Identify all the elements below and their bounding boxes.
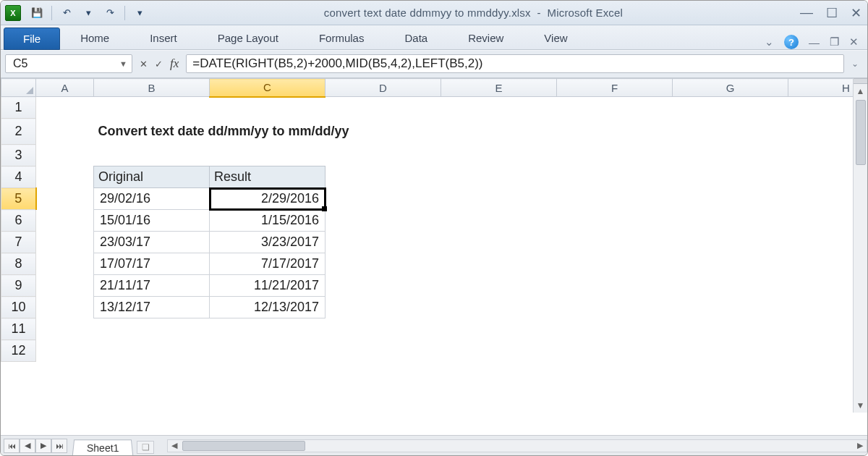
cell[interactable] [36,210,94,232]
row-header[interactable]: 11 [1,318,36,340]
cell-result[interactable]: 12/13/2017 [210,297,326,318]
workbook-minimize-icon[interactable]: — [809,36,820,48]
vertical-scrollbar[interactable]: ▲ ▼ [853,78,867,413]
name-box-dropdown-icon[interactable]: ▼ [119,59,127,68]
undo-icon[interactable]: ↶ [59,6,74,20]
table-header-result[interactable]: Result [210,166,326,188]
cell-original[interactable]: 17/07/17 [94,253,210,275]
horizontal-scrollbar[interactable]: ◀ ▶ [167,439,867,452]
cell[interactable] [36,275,94,297]
save-icon[interactable]: 💾 [30,6,44,20]
maximize-icon[interactable]: ☐ [826,5,838,21]
row-header[interactable]: 6 [1,210,36,232]
cell-original[interactable]: 29/02/16 [94,188,210,210]
nav-first-icon[interactable]: ⏮ [4,439,20,453]
cell[interactable] [326,210,868,232]
cell[interactable] [326,166,868,188]
file-tab[interactable]: File [4,28,60,50]
cell[interactable] [673,119,868,145]
tab-insert[interactable]: Insert [129,28,197,49]
scroll-right-icon[interactable]: ▶ [854,441,867,450]
col-header-g[interactable]: G [673,79,788,97]
hscroll-thumb[interactable] [182,441,305,451]
cell[interactable] [36,340,868,362]
worksheet[interactable]: A B C D E F G H 1 2 Convert text date dd… [1,78,867,362]
nav-prev-icon[interactable]: ◀ [20,439,35,453]
col-header-a[interactable]: A [36,79,94,97]
fx-icon[interactable]: fx [170,56,179,71]
table-header-original[interactable]: Original [94,166,210,188]
row-header[interactable]: 8 [1,253,36,275]
scroll-up-icon[interactable]: ▲ [854,84,867,98]
cell-result[interactable]: 7/17/2017 [210,253,326,275]
qat-separator [124,6,125,20]
scroll-down-icon[interactable]: ▼ [854,398,867,413]
select-all[interactable] [1,79,36,97]
col-header-b[interactable]: B [94,79,210,97]
cell-original[interactable]: 21/11/17 [94,275,210,297]
nav-next-icon[interactable]: ▶ [35,439,51,453]
scroll-thumb[interactable] [856,100,866,165]
row-header[interactable]: 2 [1,119,36,145]
row-header[interactable]: 5 [1,188,36,210]
sheet-title[interactable]: Convert text date dd/mm/yy to mm/dd/yy [94,119,673,145]
cell[interactable] [36,318,868,340]
cell[interactable] [36,166,94,188]
qat-customize-icon[interactable]: ▾ [132,6,147,20]
sheet-tab[interactable]: Sheet1 [72,439,134,455]
tab-page-layout[interactable]: Page Layout [197,28,299,49]
cell[interactable] [36,297,94,318]
undo-dropdown-icon[interactable]: ▾ [81,6,95,20]
row-header[interactable]: 10 [1,297,36,318]
cell[interactable] [326,297,868,318]
workbook-close-icon[interactable]: ✕ [849,35,859,48]
accept-formula-icon[interactable]: ✓ [155,59,163,69]
col-header-e[interactable]: E [441,79,557,97]
cell-result[interactable]: 11/21/2017 [210,275,326,297]
tab-formulas[interactable]: Formulas [299,28,385,49]
formula-input[interactable]: =DATE(RIGHT(B5,2)+2000,MID(B5,4,2),LEFT(… [186,54,844,73]
tab-review[interactable]: Review [448,28,524,49]
nav-last-icon[interactable]: ⏭ [51,439,67,453]
cell[interactable] [36,119,94,145]
tab-data[interactable]: Data [384,28,448,49]
cell[interactable] [36,145,868,166]
new-sheet-icon[interactable]: ❏ [137,441,154,454]
name-box[interactable]: C5 ▼ [5,54,132,73]
cell-result-selected[interactable]: 2/29/2016 [210,188,326,210]
cell[interactable] [36,97,868,119]
workbook-restore-icon[interactable]: ❐ [830,35,839,48]
minimize-icon[interactable]: — [800,5,813,20]
tab-home[interactable]: Home [60,28,129,49]
cell[interactable] [326,253,868,275]
redo-icon[interactable]: ↷ [103,6,117,20]
formula-expand-icon[interactable]: ⌄ [848,59,861,69]
col-header-d[interactable]: D [326,79,441,97]
row-header[interactable]: 9 [1,275,36,297]
row-header[interactable]: 12 [1,340,36,362]
cell[interactable] [326,275,868,297]
cell[interactable] [36,188,94,210]
cell-original[interactable]: 23/03/17 [94,232,210,253]
cell-original[interactable]: 15/01/16 [94,210,210,232]
help-icon[interactable]: ? [784,35,799,49]
col-header-c[interactable]: C [210,79,326,97]
cancel-formula-icon[interactable]: ✕ [140,59,148,69]
row-header[interactable]: 7 [1,232,36,253]
cell[interactable] [36,232,94,253]
close-icon[interactable]: ✕ [851,5,861,21]
row-header[interactable]: 3 [1,145,36,166]
ribbon-minimize-icon[interactable]: ⌄ [765,35,774,48]
col-header-f[interactable]: F [557,79,673,97]
cell-original[interactable]: 13/12/17 [94,297,210,318]
cell-result[interactable]: 1/15/2016 [210,210,326,232]
split-handle[interactable] [854,78,867,84]
cell[interactable] [36,253,94,275]
cell[interactable] [326,232,868,253]
tab-view[interactable]: View [524,28,587,49]
row-header[interactable]: 1 [1,97,36,119]
cell-result[interactable]: 3/23/2017 [210,232,326,253]
cell[interactable] [326,188,868,210]
scroll-left-icon[interactable]: ◀ [168,441,181,450]
row-header[interactable]: 4 [1,166,36,188]
